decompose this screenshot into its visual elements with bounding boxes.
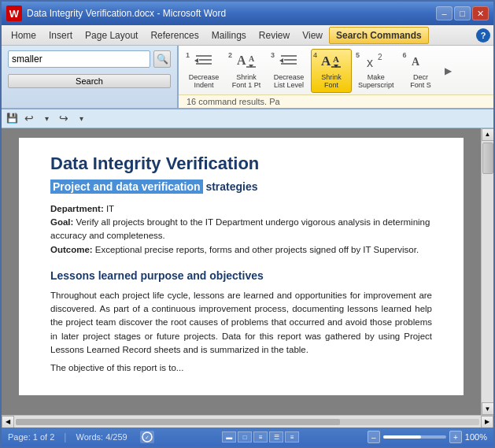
decrease-indent-icon: [193, 52, 215, 72]
scroll-left-button[interactable]: ◀: [2, 416, 14, 428]
menu-home[interactable]: Home: [5, 28, 42, 43]
undo-dropdown[interactable]: ▾: [39, 111, 54, 125]
zoom-area: – + 100%: [368, 431, 487, 443]
svg-text:A: A: [237, 54, 246, 67]
status-bar: Page: 1 of 2 | Words: 4/259 ✓ ▬ □ ≡ ☰ ≡ …: [2, 428, 493, 446]
subtitle-normal: strategies: [203, 180, 258, 193]
page-status: Page: 1 of 2: [8, 432, 54, 442]
cmd3-number: 3: [271, 51, 275, 59]
title-bar: W Data Integrity Verification.docx - Mic…: [2, 2, 493, 25]
cmd6-number: 6: [403, 51, 407, 59]
svg-text:x: x: [367, 56, 373, 69]
redo-button[interactable]: ↪: [57, 111, 71, 125]
word-count-icon[interactable]: ✓: [140, 431, 154, 443]
cmd6-label: DecrFont S: [410, 74, 431, 90]
outline-btn[interactable]: ☰: [269, 431, 283, 442]
svg-text:A: A: [249, 54, 255, 63]
search-go-button[interactable]: 🔍: [153, 50, 171, 68]
shrink-font-2-icon: A A: [320, 52, 342, 72]
cmd-shrink-font[interactable]: 2 A A ShrinkFont 1 Pt: [226, 49, 267, 93]
scroll-up-button[interactable]: ▲: [482, 128, 494, 141]
search-button[interactable]: Search: [8, 74, 171, 88]
department-line: Department: IT: [50, 202, 432, 216]
draft-btn[interactable]: ≡: [285, 431, 299, 442]
paragraph-1: Throughout each project life cycle, less…: [50, 289, 432, 357]
menu-bar: Home Insert Page Layout References Maili…: [2, 25, 493, 46]
ribbon: 🔍 Search 1: [2, 46, 493, 109]
cmd2-label: ShrinkFont 1 Pt: [232, 74, 261, 90]
vertical-scrollbar: ▲ ▼: [481, 128, 493, 415]
document-area: Data Integrity Verification Project and …: [2, 128, 493, 415]
words-status: Words: 4/259: [76, 432, 127, 442]
document-page[interactable]: Data Integrity Verification Project and …: [19, 138, 464, 396]
menu-references[interactable]: References: [144, 28, 205, 43]
web-layout-btn[interactable]: ≡: [253, 431, 268, 442]
scroll-right-button[interactable]: ▶: [481, 416, 493, 428]
subtitle-highlighted: Project and data verification: [50, 180, 203, 194]
cmd-decrease-indent[interactable]: 1 DecreaseIndent: [183, 49, 224, 93]
svg-marker-11: [279, 58, 283, 63]
menu-search-commands[interactable]: Search Commands: [329, 27, 429, 44]
ribbon-scroll-right[interactable]: ▶: [443, 65, 454, 76]
maximize-button[interactable]: □: [454, 6, 471, 20]
cmd5-label: MakeSuperscript: [358, 74, 394, 90]
scroll-thumb[interactable]: [482, 143, 493, 174]
section-title: Lessons learned purpose and objectives: [50, 268, 432, 284]
cmd-decrease-font-size[interactable]: 6 A DecrFont S: [401, 49, 441, 93]
doc-scroll-area: Data Integrity Verification Project and …: [2, 128, 481, 415]
svg-text:2: 2: [378, 53, 382, 61]
cmd4-label: ShrinkFont: [321, 74, 342, 90]
zoom-percentage: 100%: [465, 432, 487, 442]
cmd-decrease-list-level[interactable]: 3 DecreaseList Level: [268, 49, 309, 93]
decrease-font-size-icon: A: [410, 52, 432, 72]
window-controls: – □ ✕: [436, 6, 489, 20]
horizontal-scrollbar: ◀ ▶: [2, 415, 493, 428]
print-layout-btn[interactable]: ▬: [222, 431, 236, 442]
menu-mailings[interactable]: Mailings: [205, 28, 253, 43]
view-buttons: ▬ □ ≡ ☰ ≡: [222, 431, 299, 442]
ribbon-commands: 1 DecreaseIndent 2: [179, 46, 493, 94]
result-count: 16 command results. Pa: [187, 97, 280, 106]
save-quick-button[interactable]: 💾: [5, 111, 19, 125]
decrease-list-level-icon: [278, 52, 300, 72]
zoom-slider-fill: [383, 435, 421, 439]
cmd-shrink-font-active[interactable]: 4 A A ShrinkFont: [311, 49, 352, 93]
search-row: 🔍: [8, 50, 171, 68]
menu-review[interactable]: Review: [253, 28, 296, 43]
document-subtitle: Project and data verification strategies: [50, 180, 432, 193]
close-button[interactable]: ✕: [472, 6, 489, 20]
cmd1-label: DecreaseIndent: [189, 74, 220, 90]
ribbon-status: 16 command results. Pa: [179, 94, 493, 108]
menu-page-layout[interactable]: Page Layout: [79, 28, 144, 43]
more-quick-button[interactable]: ▾: [74, 111, 88, 125]
cmd1-number: 1: [186, 51, 190, 59]
minimize-button[interactable]: –: [436, 6, 453, 20]
document-body: Department: IT Goal: Verify all projects…: [50, 202, 432, 376]
zoom-slider[interactable]: [383, 435, 446, 439]
title-bar-left: W Data Integrity Verification.docx - Mic…: [6, 6, 226, 21]
quick-access-bar: 💾 ↩ ▾ ↪ ▾: [2, 109, 493, 128]
help-button[interactable]: ?: [476, 28, 490, 43]
menu-insert[interactable]: Insert: [42, 28, 79, 43]
scroll-down-button[interactable]: ▼: [482, 402, 494, 415]
search-panel: 🔍 Search: [2, 46, 179, 108]
svg-text:A: A: [333, 54, 339, 64]
cmd5-number: 5: [356, 51, 360, 59]
zoom-in-button[interactable]: +: [449, 431, 462, 443]
cmd-make-superscript[interactable]: 5 x 2 MakeSuperscript: [353, 49, 399, 93]
svg-marker-3: [194, 58, 198, 63]
document-title: Data Integrity Verification: [50, 154, 432, 174]
word-icon: W: [6, 6, 22, 21]
svg-text:✓: ✓: [145, 435, 150, 440]
search-input[interactable]: [8, 50, 150, 68]
zoom-out-button[interactable]: –: [368, 431, 380, 443]
svg-text:A: A: [412, 56, 420, 68]
superscript-icon: x 2: [365, 52, 387, 72]
cmd4-number: 4: [313, 51, 317, 59]
full-screen-btn[interactable]: □: [238, 431, 252, 442]
menu-view[interactable]: View: [296, 28, 329, 43]
undo-button[interactable]: ↩: [22, 111, 36, 125]
window-title: Data Integrity Verification.docx - Micro…: [27, 8, 226, 19]
outcome-line: Outcome: Exceptional precise reports, fo…: [50, 243, 432, 257]
h-scroll-thumb[interactable]: [16, 419, 340, 425]
